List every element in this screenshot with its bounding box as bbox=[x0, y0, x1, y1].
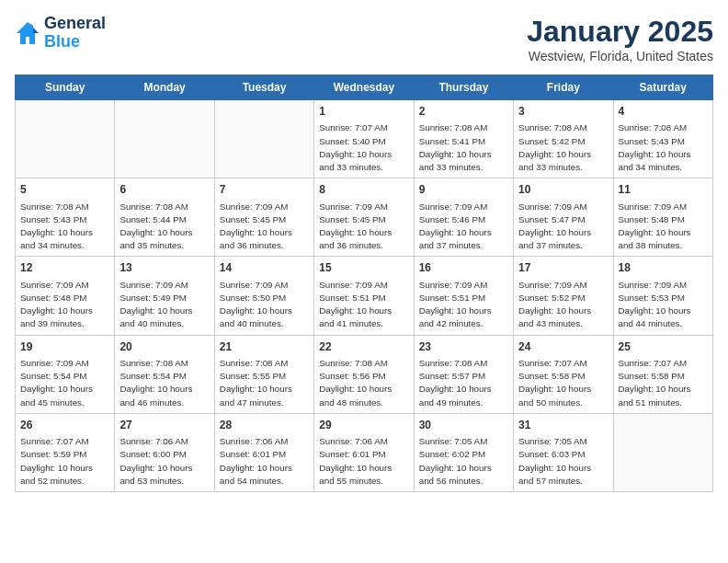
day-number: 7 bbox=[220, 182, 309, 198]
day-header-saturday: Saturday bbox=[613, 75, 712, 100]
day-number: 15 bbox=[319, 260, 408, 276]
day-number: 24 bbox=[518, 339, 608, 355]
day-info: Sunrise: 7:08 AMSunset: 5:43 PMDaylight:… bbox=[619, 121, 708, 174]
day-info: Sunrise: 7:07 AMSunset: 5:59 PMDaylight:… bbox=[20, 435, 109, 488]
day-number: 22 bbox=[319, 339, 408, 355]
day-info: Sunrise: 7:09 AMSunset: 5:45 PMDaylight:… bbox=[319, 201, 408, 253]
calendar-header: SundayMondayTuesdayWednesdayThursdayFrid… bbox=[16, 75, 713, 100]
day-number: 21 bbox=[220, 339, 309, 355]
day-number: 26 bbox=[20, 418, 109, 433]
calendar-cell: 15Sunrise: 7:09 AMSunset: 5:51 PMDayligh… bbox=[314, 257, 414, 335]
day-info: Sunrise: 7:09 AMSunset: 5:51 PMDaylight:… bbox=[419, 279, 508, 331]
day-info: Sunrise: 7:09 AMSunset: 5:47 PMDaylight:… bbox=[518, 201, 608, 253]
day-number: 18 bbox=[619, 260, 708, 276]
day-info: Sunrise: 7:07 AMSunset: 5:58 PMDaylight:… bbox=[619, 357, 708, 409]
day-info: Sunrise: 7:08 AMSunset: 5:56 PMDaylight:… bbox=[319, 357, 408, 409]
day-number: 4 bbox=[619, 104, 708, 120]
day-header-friday: Friday bbox=[514, 75, 613, 100]
day-number: 27 bbox=[119, 418, 209, 433]
calendar-cell: 28Sunrise: 7:06 AMSunset: 6:01 PMDayligh… bbox=[214, 413, 313, 491]
day-number: 20 bbox=[119, 339, 209, 355]
calendar-cell: 5Sunrise: 7:08 AMSunset: 5:43 PMDaylight… bbox=[16, 178, 115, 257]
calendar-cell: 22Sunrise: 7:08 AMSunset: 5:56 PMDayligh… bbox=[314, 335, 414, 413]
day-info: Sunrise: 7:09 AMSunset: 5:45 PMDaylight:… bbox=[220, 201, 309, 253]
day-info: Sunrise: 7:09 AMSunset: 5:51 PMDaylight:… bbox=[319, 279, 408, 331]
calendar-cell: 31Sunrise: 7:05 AMSunset: 6:03 PMDayligh… bbox=[514, 413, 613, 491]
calendar-cell bbox=[214, 100, 313, 178]
calendar-cell: 3Sunrise: 7:08 AMSunset: 5:42 PMDaylight… bbox=[514, 100, 613, 178]
calendar-cell: 6Sunrise: 7:08 AMSunset: 5:44 PMDaylight… bbox=[115, 178, 214, 257]
calendar-cell: 21Sunrise: 7:08 AMSunset: 5:55 PMDayligh… bbox=[214, 335, 313, 413]
day-number: 12 bbox=[20, 260, 109, 276]
day-info: Sunrise: 7:09 AMSunset: 5:48 PMDaylight:… bbox=[20, 279, 109, 331]
day-number: 2 bbox=[419, 104, 508, 120]
calendar-cell: 27Sunrise: 7:06 AMSunset: 6:00 PMDayligh… bbox=[115, 413, 214, 491]
calendar-cell: 9Sunrise: 7:09 AMSunset: 5:46 PMDaylight… bbox=[414, 178, 513, 257]
calendar-cell: 18Sunrise: 7:09 AMSunset: 5:53 PMDayligh… bbox=[613, 257, 712, 335]
day-info: Sunrise: 7:08 AMSunset: 5:55 PMDaylight:… bbox=[220, 357, 309, 409]
calendar-cell: 19Sunrise: 7:09 AMSunset: 5:54 PMDayligh… bbox=[16, 335, 115, 413]
day-info: Sunrise: 7:08 AMSunset: 5:43 PMDaylight:… bbox=[20, 201, 109, 253]
day-header-tuesday: Tuesday bbox=[214, 75, 313, 100]
day-info: Sunrise: 7:09 AMSunset: 5:54 PMDaylight:… bbox=[20, 357, 109, 409]
week-row-4: 19Sunrise: 7:09 AMSunset: 5:54 PMDayligh… bbox=[16, 335, 713, 413]
day-info: Sunrise: 7:09 AMSunset: 5:48 PMDaylight:… bbox=[619, 201, 708, 253]
day-info: Sunrise: 7:06 AMSunset: 6:01 PMDaylight:… bbox=[319, 435, 408, 488]
day-number: 8 bbox=[319, 182, 408, 198]
day-info: Sunrise: 7:05 AMSunset: 6:02 PMDaylight:… bbox=[419, 435, 508, 488]
day-number: 17 bbox=[518, 260, 608, 276]
day-number: 25 bbox=[619, 339, 708, 355]
day-number: 10 bbox=[518, 182, 608, 198]
day-info: Sunrise: 7:09 AMSunset: 5:52 PMDaylight:… bbox=[518, 279, 608, 331]
calendar-cell: 14Sunrise: 7:09 AMSunset: 5:50 PMDayligh… bbox=[214, 257, 313, 335]
calendar-cell: 26Sunrise: 7:07 AMSunset: 5:59 PMDayligh… bbox=[16, 413, 115, 491]
day-header-wednesday: Wednesday bbox=[314, 75, 414, 100]
day-number: 19 bbox=[20, 339, 109, 355]
page-header: General Blue January 2025 Westview, Flor… bbox=[15, 15, 713, 63]
calendar-cell: 11Sunrise: 7:09 AMSunset: 5:48 PMDayligh… bbox=[613, 178, 712, 257]
calendar-cell: 10Sunrise: 7:09 AMSunset: 5:47 PMDayligh… bbox=[514, 178, 613, 257]
day-info: Sunrise: 7:08 AMSunset: 5:44 PMDaylight:… bbox=[119, 201, 209, 253]
day-info: Sunrise: 7:05 AMSunset: 6:03 PMDaylight:… bbox=[518, 435, 608, 488]
calendar-cell: 17Sunrise: 7:09 AMSunset: 5:52 PMDayligh… bbox=[514, 257, 613, 335]
day-info: Sunrise: 7:06 AMSunset: 6:01 PMDaylight:… bbox=[220, 435, 309, 488]
day-info: Sunrise: 7:07 AMSunset: 5:58 PMDaylight:… bbox=[518, 357, 608, 409]
day-number: 28 bbox=[220, 418, 309, 433]
calendar-cell: 23Sunrise: 7:08 AMSunset: 5:57 PMDayligh… bbox=[414, 335, 513, 413]
calendar-cell: 16Sunrise: 7:09 AMSunset: 5:51 PMDayligh… bbox=[414, 257, 513, 335]
day-number: 16 bbox=[419, 260, 508, 276]
day-header-sunday: Sunday bbox=[16, 75, 115, 100]
day-info: Sunrise: 7:07 AMSunset: 5:40 PMDaylight:… bbox=[319, 121, 408, 174]
day-number: 29 bbox=[319, 418, 408, 433]
day-number: 31 bbox=[518, 418, 608, 433]
calendar-table: SundayMondayTuesdayWednesdayThursdayFrid… bbox=[15, 75, 713, 492]
day-number: 14 bbox=[220, 260, 309, 276]
day-info: Sunrise: 7:09 AMSunset: 5:50 PMDaylight:… bbox=[220, 279, 309, 331]
location: Westview, Florida, United States bbox=[527, 49, 713, 63]
calendar-cell: 7Sunrise: 7:09 AMSunset: 5:45 PMDaylight… bbox=[214, 178, 313, 257]
calendar-cell: 13Sunrise: 7:09 AMSunset: 5:49 PMDayligh… bbox=[115, 257, 214, 335]
day-number: 23 bbox=[419, 339, 508, 355]
week-row-2: 5Sunrise: 7:08 AMSunset: 5:43 PMDaylight… bbox=[16, 178, 713, 257]
calendar-cell: 24Sunrise: 7:07 AMSunset: 5:58 PMDayligh… bbox=[514, 335, 613, 413]
calendar-cell bbox=[115, 100, 214, 178]
calendar-cell: 2Sunrise: 7:08 AMSunset: 5:41 PMDaylight… bbox=[414, 100, 513, 178]
calendar-cell: 4Sunrise: 7:08 AMSunset: 5:43 PMDaylight… bbox=[613, 100, 712, 178]
day-info: Sunrise: 7:08 AMSunset: 5:54 PMDaylight:… bbox=[119, 357, 209, 409]
day-header-thursday: Thursday bbox=[414, 75, 513, 100]
day-number: 30 bbox=[419, 418, 508, 433]
calendar-cell: 20Sunrise: 7:08 AMSunset: 5:54 PMDayligh… bbox=[115, 335, 214, 413]
calendar-cell bbox=[16, 100, 115, 178]
day-info: Sunrise: 7:08 AMSunset: 5:41 PMDaylight:… bbox=[419, 121, 508, 174]
title-block: January 2025 Westview, Florida, United S… bbox=[527, 15, 713, 63]
calendar-cell: 12Sunrise: 7:09 AMSunset: 5:48 PMDayligh… bbox=[16, 257, 115, 335]
day-number: 6 bbox=[119, 182, 209, 198]
day-number: 11 bbox=[619, 182, 708, 198]
logo-text-line2: Blue bbox=[44, 33, 106, 52]
week-row-3: 12Sunrise: 7:09 AMSunset: 5:48 PMDayligh… bbox=[16, 257, 713, 335]
day-info: Sunrise: 7:09 AMSunset: 5:53 PMDaylight:… bbox=[619, 279, 708, 331]
week-row-1: 1Sunrise: 7:07 AMSunset: 5:40 PMDaylight… bbox=[16, 100, 713, 178]
calendar-cell: 1Sunrise: 7:07 AMSunset: 5:40 PMDaylight… bbox=[314, 100, 414, 178]
week-row-5: 26Sunrise: 7:07 AMSunset: 5:59 PMDayligh… bbox=[16, 413, 713, 491]
day-header-monday: Monday bbox=[115, 75, 214, 100]
